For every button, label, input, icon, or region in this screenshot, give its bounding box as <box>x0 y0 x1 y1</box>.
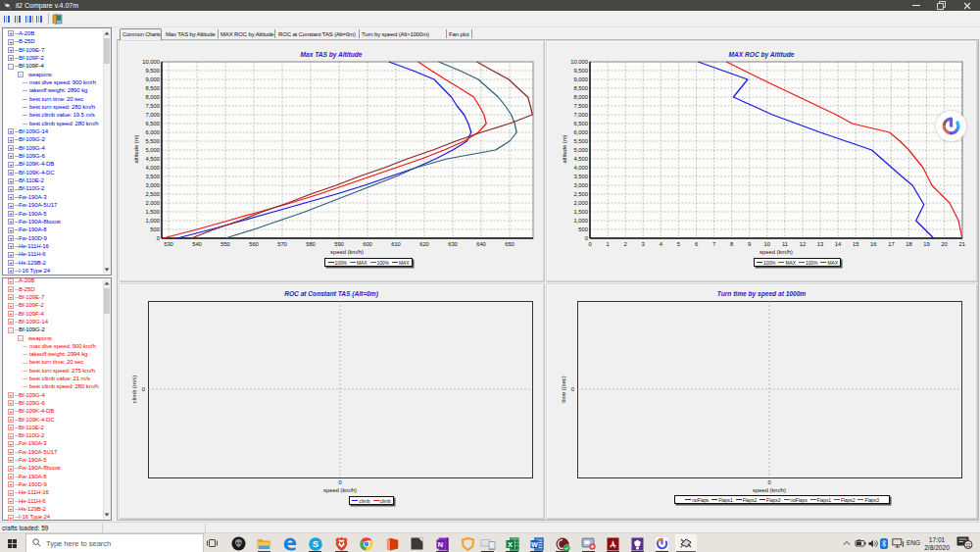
svg-text:altitude (m): altitude (m) <box>562 134 567 163</box>
svg-text:S: S <box>313 538 318 549</box>
svg-text:W: W <box>531 539 538 548</box>
svg-text:altitude (m): altitude (m) <box>133 134 139 163</box>
svg-text:11: 11 <box>965 542 971 548</box>
svg-text:climb (m/s): climb (m/s) <box>131 376 137 403</box>
svg-text:X: X <box>508 539 513 548</box>
svg-text:time ((sec): time ((sec) <box>561 376 566 402</box>
svg-text:N: N <box>438 539 443 548</box>
